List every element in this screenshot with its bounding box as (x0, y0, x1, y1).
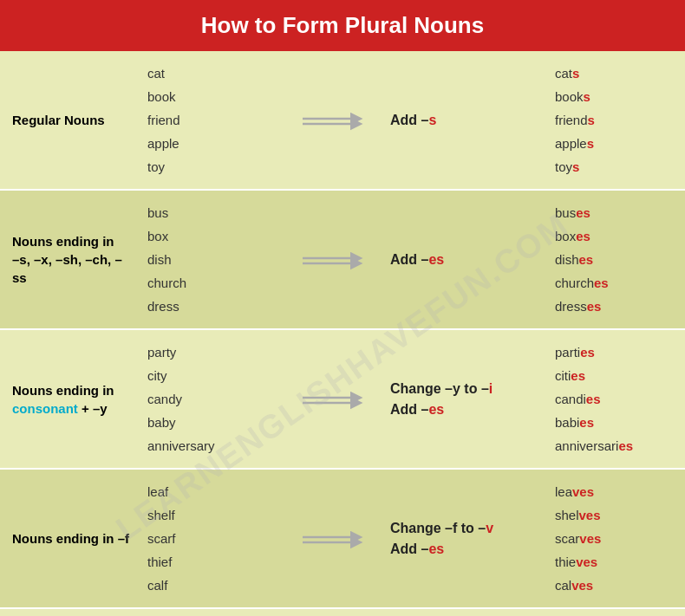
arrow-cell (286, 469, 382, 608)
plurals-cell: busesboxesdisheschurchesdresses (546, 190, 685, 329)
plural-word: boxes (555, 229, 590, 243)
example-word: calf (147, 578, 167, 593)
example-word: box (147, 229, 168, 243)
plurals-cell: catsbooksfriendsapplestoys (546, 51, 685, 190)
example-word: dress (147, 299, 179, 314)
examples-cell: busboxdishchurchdress (139, 190, 286, 329)
rule-text: Add –es (390, 252, 444, 267)
example-word: party (147, 345, 176, 360)
category-cell: Regular Nouns (0, 51, 139, 190)
plurals-cell: kniveswiveslives (546, 608, 685, 616)
plural-word: cities (555, 368, 585, 383)
example-word: anniversary (147, 438, 215, 453)
plurals-cell: leavesshelvesscarvesthievescalves (546, 469, 685, 608)
plural-word: dresses (555, 299, 601, 314)
category-cell: Nouns ending in –f (0, 469, 139, 608)
page-header: How to Form Plural Nouns (0, 0, 685, 51)
examples-cell: partycitycandybabyanniversary (139, 329, 286, 469)
example-word: shelf (147, 508, 175, 522)
example-word: apple (147, 136, 179, 151)
rule-cell: Change –y to –iAdd –es (382, 329, 546, 469)
examples-cell: leafshelfscarfthiefcalf (139, 469, 286, 608)
category-label: Nouns ending in–s, –x, –sh, –ch, –ss (12, 234, 122, 285)
plural-word: calves (555, 578, 593, 593)
plural-word: candies (555, 392, 601, 406)
plural-word: parties (555, 345, 595, 360)
example-word: thief (147, 554, 172, 569)
plural-word: dishes (555, 252, 593, 267)
example-word: church (147, 276, 186, 290)
examples-cell: catbookfriendappletoy (139, 51, 286, 190)
rule-text: Change –f to –vAdd –es (390, 521, 493, 556)
plural-word: books (555, 89, 590, 104)
example-word: leaf (147, 484, 168, 499)
arrow-cell (286, 329, 382, 469)
plural-word: churches (555, 276, 609, 290)
example-word: dish (147, 252, 172, 267)
table-outer: LEARNENGLISHHAVEFUN.COM Regular Nouns ca… (0, 51, 685, 616)
example-word: bus (147, 205, 168, 220)
plural-word: babies (555, 415, 594, 430)
rule-text: Change –y to –iAdd –es (390, 381, 493, 417)
table-row: Nouns ending inconsonant + –y partycityc… (0, 329, 685, 469)
table-row: Nouns ending in –f leafshelfscarfthiefca… (0, 469, 685, 608)
example-word: scarf (147, 531, 176, 546)
category-cell: Nouns ending in–s, –x, –sh, –ch, –ss (0, 190, 139, 329)
table-row: Nouns ending in –fe knifewifelife Change… (0, 608, 685, 616)
plural-word: friends (555, 113, 595, 127)
example-word: book (147, 89, 176, 104)
example-word: candy (147, 392, 182, 406)
rule-cell: Add –es (382, 190, 546, 329)
plural-word: shelves (555, 508, 601, 522)
plural-word: toys (555, 159, 579, 174)
arrow-icon (299, 386, 369, 410)
plural-word: leaves (555, 484, 594, 499)
example-word: baby (147, 415, 176, 430)
plural-word: apples (555, 136, 594, 151)
rule-cell: Change –fe to –vAdd –es (382, 608, 546, 616)
page-container: How to Form Plural Nouns LEARNENGLISHHAV… (0, 0, 685, 616)
arrow-icon (299, 107, 369, 131)
page-title: How to Form Plural Nouns (201, 12, 484, 38)
example-word: toy (147, 159, 165, 174)
rule-cell: Add –s (382, 51, 546, 190)
table-row: Regular Nouns catbookfriendappletoy Add … (0, 51, 685, 190)
rule-text: Add –s (390, 113, 436, 127)
arrow-icon (299, 246, 369, 270)
plural-word: buses (555, 205, 590, 220)
examples-cell: knifewifelife (139, 608, 286, 616)
table-row: Nouns ending in–s, –x, –sh, –ch, –ss bus… (0, 190, 685, 329)
category-cell: Nouns ending inconsonant + –y (0, 329, 139, 469)
category-label: Nouns ending inconsonant + –y (12, 383, 114, 416)
example-word: city (147, 368, 167, 383)
plurals-cell: partiescitiescandiesbabiesanniversaries (546, 329, 685, 469)
category-label: Regular Nouns (12, 113, 105, 127)
category-cell: Nouns ending in –fe (0, 608, 139, 616)
plural-word: thieves (555, 554, 597, 569)
plural-word: cats (555, 66, 579, 81)
example-word: cat (147, 66, 165, 81)
arrow-cell (286, 190, 382, 329)
rule-cell: Change –f to –vAdd –es (382, 469, 546, 608)
cyan-word: consonant (12, 401, 78, 416)
plural-word: anniversaries (555, 438, 633, 453)
main-table: Regular Nouns catbookfriendappletoy Add … (0, 51, 685, 616)
category-label: Nouns ending in –f (12, 531, 129, 546)
arrow-cell (286, 608, 382, 616)
example-word: friend (147, 113, 180, 127)
arrow-cell (286, 51, 382, 190)
plural-word: scarves (555, 531, 601, 546)
arrow-icon (299, 525, 369, 549)
